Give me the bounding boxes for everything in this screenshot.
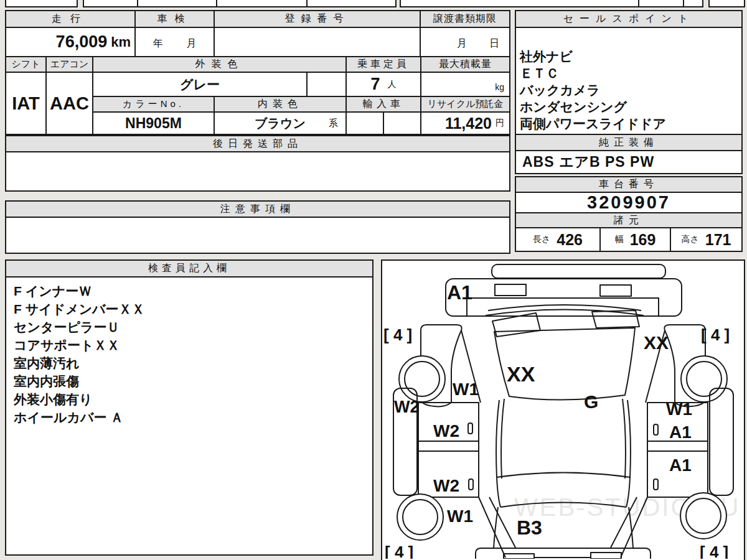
sales-points-header: セールスポイント bbox=[516, 11, 741, 28]
roof-edge-left bbox=[496, 400, 499, 477]
left-sill-mark: W2 bbox=[394, 398, 420, 416]
capacity-unit: 人 bbox=[388, 79, 397, 90]
year-label: 年 bbox=[153, 37, 163, 50]
top-strip-cell bbox=[708, 0, 745, 7]
later-parts-content bbox=[6, 152, 509, 190]
mileage-unit: km bbox=[111, 34, 131, 50]
mileage-number: 76,009 bbox=[56, 32, 108, 52]
tire-mark-rl: [ 4 ] bbox=[385, 543, 413, 559]
wheel-rear-left-inner bbox=[403, 500, 438, 534]
roof-edge-right bbox=[627, 400, 631, 477]
rear-window-top bbox=[497, 473, 630, 478]
tail-light-left bbox=[504, 554, 534, 559]
length-value: 426 bbox=[557, 231, 583, 249]
recycle-unit: 円 bbox=[496, 118, 504, 129]
vehicle-info-table: 走行 車検 登録番号 譲渡書類期限 76,009 km 年 月 月 日 シフト … bbox=[5, 10, 510, 135]
inspector-header: 検査員記入欄 bbox=[6, 261, 372, 278]
later-parts-box: 後日発送部品 bbox=[5, 135, 510, 192]
notes-content bbox=[6, 218, 509, 253]
max-load-value: kg bbox=[421, 73, 509, 97]
width-label: 幅 bbox=[615, 234, 624, 245]
sales-points-box: セールスポイント 社外ナビ ＥＴＣ バックカメラ ホンダセンシング 両側パワース… bbox=[515, 10, 743, 174]
specs-row: 長さ 426 幅 169 高さ 171 bbox=[516, 228, 741, 251]
rear-window-side bbox=[497, 477, 500, 507]
interior-color-name: ブラウン bbox=[255, 115, 306, 132]
car-diagram: WEB-STUDIO.RU bbox=[382, 261, 744, 559]
tire-mark-rr: [ 4 ] bbox=[700, 543, 728, 559]
import-value-cell bbox=[384, 113, 421, 134]
inspector-line: 外装小傷有り bbox=[14, 390, 372, 408]
later-parts-header: 後日発送部品 bbox=[6, 136, 509, 152]
import-value-cell bbox=[347, 113, 384, 134]
inspector-notes: F インナーＷ F サイドメンバーＸＸ センターピラーＵ コアサポートＸＸ 室内… bbox=[6, 278, 372, 426]
left-rear-door-mark: W2 bbox=[433, 476, 459, 495]
left-door-handle bbox=[469, 479, 473, 490]
inspection-header: 車検 bbox=[136, 11, 215, 28]
recycle-amount: 11,420 bbox=[445, 114, 492, 133]
sales-point-item: ホンダセンシング bbox=[520, 98, 738, 115]
roof-edge-right bbox=[622, 399, 626, 478]
quarter-left bbox=[489, 497, 515, 548]
left-fender-mark: W1 bbox=[453, 380, 479, 399]
genuine-equipment-header: 純正装備 bbox=[516, 135, 741, 151]
month-label: 月 bbox=[187, 37, 197, 50]
recycle-deposit-header: リサイクル預託金 bbox=[421, 97, 509, 113]
inspector-line: センターピラーＵ bbox=[14, 318, 372, 336]
inspector-box: 検査員記入欄 F インナーＷ F サイドメンバーＸＸ センターピラーＵ コアサポ… bbox=[5, 259, 374, 556]
right-front-door-mark-1: W1 bbox=[666, 399, 692, 419]
length-label: 長さ bbox=[533, 234, 550, 245]
left-rear-fender-mark: W1 bbox=[447, 506, 473, 526]
spec-length: 長さ 426 bbox=[516, 228, 601, 251]
chassis-number-header: 車台番号 bbox=[516, 177, 741, 193]
inspector-line: ホイールカバー Ａ bbox=[14, 408, 372, 426]
divider bbox=[216, 0, 217, 6]
divider bbox=[638, 0, 639, 6]
inspector-line: 室内内張傷 bbox=[14, 372, 372, 390]
inspector-line: コアサポートＸＸ bbox=[14, 336, 372, 354]
chassis-number-value: 3209907 bbox=[516, 193, 741, 213]
roof-edge-left bbox=[501, 399, 504, 478]
capacity-value: 7 人 bbox=[347, 73, 421, 97]
mileage-header: 走行 bbox=[6, 11, 136, 28]
right-door-handle bbox=[654, 479, 658, 490]
transfer-deadline-header: 譲渡書類期限 bbox=[421, 11, 509, 28]
exterior-color-value: グレー bbox=[93, 73, 308, 97]
roof-mark: G bbox=[584, 391, 598, 412]
windshield-mark: XX bbox=[507, 362, 535, 386]
import-header: 輸入車 bbox=[347, 97, 421, 113]
color-no-value: NH905M bbox=[93, 113, 215, 134]
front-bumper-strip bbox=[492, 264, 665, 278]
inspector-line: F サイドメンバーＸＸ bbox=[14, 300, 372, 318]
right-sill bbox=[710, 388, 733, 495]
aircon-header: エアコン bbox=[47, 57, 93, 73]
height-label: 高さ bbox=[681, 234, 698, 245]
front-panel-grade: A1 bbox=[447, 281, 472, 304]
auction-sheet: 走行 車検 登録番号 譲渡書類期限 76,009 km 年 月 月 日 シフト … bbox=[0, 0, 747, 560]
notes-header: 注意事項欄 bbox=[6, 202, 509, 218]
right-door-molding bbox=[647, 441, 708, 451]
width-value: 169 bbox=[630, 231, 656, 249]
tail-light-right bbox=[591, 553, 621, 559]
aircon-value: AAC bbox=[47, 73, 93, 134]
spec-width: 幅 169 bbox=[601, 228, 671, 251]
sales-point-item: 社外ナビ bbox=[520, 48, 738, 65]
wiper-right bbox=[592, 310, 639, 328]
headlight-right bbox=[600, 285, 631, 296]
wheel-front-right-inner bbox=[687, 362, 721, 396]
inspector-line: F インナーＷ bbox=[14, 282, 372, 300]
height-value: 171 bbox=[705, 231, 731, 249]
divider bbox=[306, 0, 308, 6]
left-door-handle bbox=[468, 423, 472, 434]
recycle-deposit-value: 11,420 円 bbox=[421, 113, 509, 134]
sales-points-list: 社外ナビ ＥＴＣ バックカメラ ホンダセンシング 両側パワースライドドア bbox=[516, 28, 741, 135]
day-label: 日 bbox=[489, 37, 499, 50]
wheel-rear-right-inner bbox=[686, 498, 721, 533]
sales-point-item: ＥＴＣ bbox=[520, 65, 738, 82]
registration-header: 登録番号 bbox=[215, 11, 421, 28]
genuine-equipment-value: ABS エアB PS PW bbox=[516, 151, 741, 173]
wheel-front-left-inner bbox=[405, 362, 439, 396]
mileage-value: 76,009 km bbox=[6, 28, 136, 57]
exterior-color-header: 外装色 bbox=[93, 57, 347, 73]
rear-gate-mark: B3 bbox=[517, 516, 542, 539]
top-strip-cell bbox=[400, 0, 703, 7]
